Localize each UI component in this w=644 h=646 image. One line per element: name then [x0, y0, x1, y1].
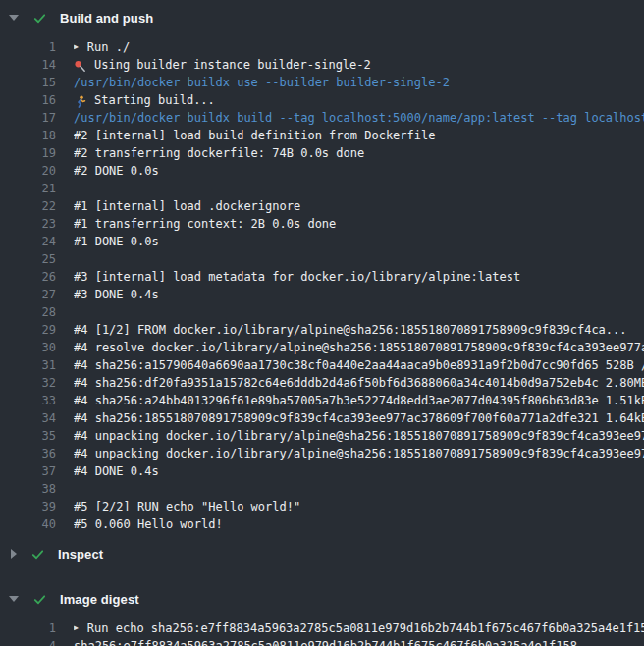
- section-title: Inspect: [58, 547, 103, 562]
- chevron-down-icon[interactable]: [9, 596, 19, 602]
- check-icon: [32, 11, 47, 26]
- log-text: Run ./: [87, 38, 130, 56]
- pushpin-icon: [74, 60, 86, 73]
- log-line: 37#4 DONE 0.4s: [0, 462, 644, 480]
- check-icon: [32, 592, 47, 607]
- log-line: 40#5 0.060 Hello world!: [0, 515, 644, 533]
- log-section-inspect: Inspect: [0, 539, 644, 568]
- line-number[interactable]: 24: [0, 233, 56, 250]
- chevron-right-icon[interactable]: [11, 549, 17, 559]
- log-command-text: /usr/bin/docker buildx use --builder bui…: [74, 74, 450, 91]
- log-text: #2 transferring dockerfile: 74B 0.0s don…: [74, 144, 364, 162]
- log-line: 31#4 sha256:a15790640a6690aa1730c38cf0a4…: [0, 356, 644, 374]
- section-header-image-digest[interactable]: Image digest: [0, 584, 644, 614]
- log-line: 32#4 sha256:df20fa9351a15782c64e6dddb2d4…: [0, 374, 644, 392]
- line-number[interactable]: 22: [0, 197, 56, 215]
- line-number[interactable]: 40: [0, 515, 56, 533]
- line-number[interactable]: 4: [0, 637, 56, 646]
- log-line: 27#3 DONE 0.4s: [0, 286, 644, 303]
- log-line: 36#4 unpacking docker.io/library/alpine@…: [0, 445, 644, 462]
- section-lines-image-digest: 1▶Run echo sha256:e7ff8834a5963a2785c5a0…: [0, 614, 644, 646]
- workflow-log-viewer: Build and push1▶Run ./14Using builder in…: [0, 3, 644, 646]
- line-number[interactable]: 14: [0, 56, 56, 74]
- line-number[interactable]: 38: [0, 480, 56, 498]
- log-line-content: [74, 480, 644, 498]
- log-line: 26#3 [internal] load metadata for docker…: [0, 268, 644, 286]
- log-line-content: [74, 303, 644, 321]
- line-number[interactable]: 34: [0, 409, 56, 427]
- log-line-content: [74, 180, 644, 197]
- log-line: 28: [0, 303, 644, 321]
- log-line: 30#4 resolve docker.io/library/alpine@sh…: [0, 339, 644, 356]
- section-header-inspect[interactable]: Inspect: [0, 539, 644, 568]
- line-number[interactable]: 1: [0, 38, 56, 56]
- log-text: #3 [internal] load metadata for docker.i…: [74, 268, 520, 286]
- log-text: #1 transferring context: 2B 0.0s done: [74, 215, 336, 233]
- log-line: 24#1 DONE 0.0s: [0, 233, 644, 250]
- line-number[interactable]: 20: [0, 162, 56, 180]
- log-section-image-digest: Image digest1▶Run echo sha256:e7ff8834a5…: [0, 584, 644, 646]
- line-number[interactable]: 1: [0, 619, 56, 637]
- line-number[interactable]: 25: [0, 250, 56, 268]
- log-line: 19#2 transferring dockerfile: 74B 0.0s d…: [0, 144, 644, 162]
- log-line-content: sha256:e7ff8834a5963a2785c5a0811e979d16b…: [74, 637, 644, 646]
- log-text: #4 DONE 0.4s: [74, 462, 159, 480]
- line-number[interactable]: 31: [0, 356, 56, 374]
- log-command-text: /usr/bin/docker buildx build --tag local…: [74, 109, 644, 127]
- log-text: #2 [internal] load build definition from…: [74, 127, 435, 144]
- log-line-content: #5 0.060 Hello world!: [74, 515, 644, 533]
- section-title: Image digest: [60, 592, 139, 607]
- line-number[interactable]: 26: [0, 268, 56, 286]
- line-number[interactable]: 29: [0, 321, 56, 339]
- log-line: 4sha256:e7ff8834a5963a2785c5a0811e979d16…: [0, 637, 644, 646]
- log-line-content: #4 unpacking docker.io/library/alpine@sh…: [74, 445, 644, 462]
- line-number[interactable]: 37: [0, 462, 56, 480]
- log-text: #5 [2/2] RUN echo "Hello world!": [74, 498, 300, 515]
- log-line-content: #2 transferring dockerfile: 74B 0.0s don…: [74, 144, 644, 162]
- log-line: 1▶Run echo sha256:e7ff8834a5963a2785c5a0…: [0, 619, 644, 637]
- log-text: #4 resolve docker.io/library/alpine@sha2…: [74, 339, 644, 356]
- line-number[interactable]: 27: [0, 286, 56, 303]
- log-line: 14Using builder instance builder-single-…: [0, 56, 644, 74]
- line-number[interactable]: 32: [0, 374, 56, 392]
- line-number[interactable]: 16: [0, 91, 56, 109]
- log-line: 25: [0, 250, 644, 268]
- line-number[interactable]: 19: [0, 144, 56, 162]
- expand-group-icon[interactable]: ▶: [74, 38, 79, 56]
- log-text: #1 [internal] load .dockerignore: [74, 197, 300, 215]
- log-line: 15/usr/bin/docker buildx use --builder b…: [0, 74, 644, 91]
- log-text: Using builder instance builder-single-2: [94, 56, 371, 74]
- log-line-content: ▶Run echo sha256:e7ff8834a5963a2785c5a08…: [74, 619, 644, 637]
- log-line-content: #4 sha256:185518070891758909c9f839cf4ca3…: [74, 409, 644, 427]
- line-number[interactable]: 17: [0, 109, 56, 127]
- log-line-content: #2 [internal] load build definition from…: [74, 127, 644, 144]
- line-number[interactable]: 23: [0, 215, 56, 233]
- section-header-build-and-push[interactable]: Build and push: [0, 3, 644, 32]
- log-text: #4 unpacking docker.io/library/alpine@sh…: [74, 427, 644, 445]
- line-number[interactable]: 30: [0, 339, 56, 356]
- line-number[interactable]: 35: [0, 427, 56, 445]
- log-line-content: #4 unpacking docker.io/library/alpine@sh…: [74, 427, 644, 445]
- log-text: Run echo sha256:e7ff8834a5963a2785c5a081…: [87, 619, 644, 637]
- log-line: 35#4 unpacking docker.io/library/alpine@…: [0, 427, 644, 445]
- expand-group-icon[interactable]: ▶: [74, 619, 79, 637]
- check-icon: [30, 547, 45, 562]
- log-text: #1 DONE 0.0s: [74, 233, 159, 250]
- log-line: 22#1 [internal] load .dockerignore: [0, 197, 644, 215]
- line-number[interactable]: 21: [0, 180, 56, 197]
- line-number[interactable]: 36: [0, 445, 56, 462]
- line-number[interactable]: 18: [0, 127, 56, 144]
- section-title: Build and push: [60, 11, 153, 26]
- chevron-down-icon[interactable]: [9, 15, 19, 21]
- line-number[interactable]: 15: [0, 74, 56, 91]
- log-line: 23#1 transferring context: 2B 0.0s done: [0, 215, 644, 233]
- line-number[interactable]: 39: [0, 498, 56, 515]
- log-text: #4 sha256:df20fa9351a15782c64e6dddb2d4a6…: [74, 374, 644, 392]
- log-text: #3 DONE 0.4s: [74, 286, 159, 303]
- log-text: sha256:e7ff8834a5963a2785c5a0811e979d16b…: [74, 637, 577, 646]
- section-lines-build-and-push: 1▶Run ./14Using builder instance builder…: [0, 32, 644, 539]
- log-text: Starting build...: [94, 91, 215, 109]
- line-number[interactable]: 33: [0, 392, 56, 409]
- line-number[interactable]: 28: [0, 303, 56, 321]
- log-line-content: #1 DONE 0.0s: [74, 233, 644, 250]
